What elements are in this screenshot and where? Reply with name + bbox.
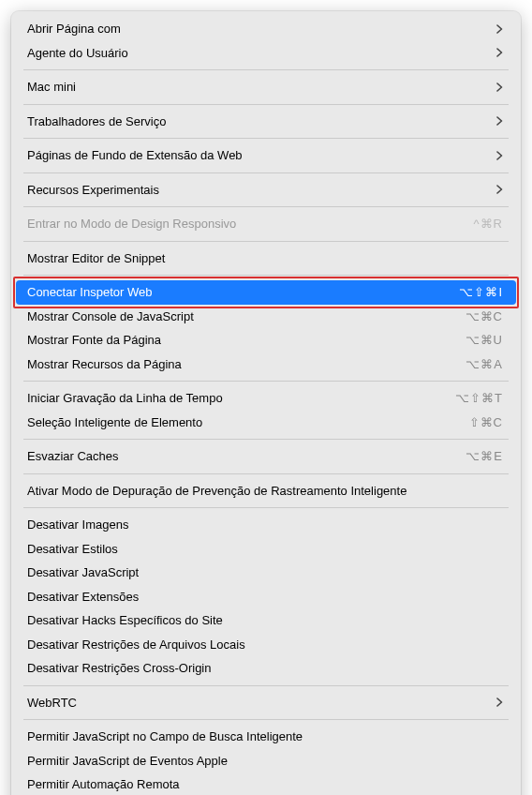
menu-item-label: Mostrar Recursos da Página (27, 355, 466, 374)
menu-item-user-agent[interactable]: Agente do Usuário (16, 41, 516, 66)
menu-item-mac-mini[interactable]: Mac mini (16, 75, 516, 99)
menu-item-label: Permitir JavaScript de Eventos Apple (27, 752, 503, 771)
menu-item-right: ⌥⇧⌘I (459, 283, 503, 302)
menu-section: Esvaziar Caches⌥⌘E (16, 443, 516, 470)
menu-item-shortcut: ⌥⇧⌘I (459, 283, 503, 302)
menu-section: Mostrar Editor de Snippet (16, 246, 516, 272)
chevron-right-icon (496, 82, 503, 92)
chevron-right-icon (496, 48, 503, 57)
menu-item-label: Desativar Estilos (27, 540, 503, 559)
menu-item-right (496, 82, 503, 92)
menu-item-snippet-editor[interactable]: Mostrar Editor de Snippet (16, 247, 516, 271)
menu-separator (23, 138, 509, 139)
menu-item-label: Mostrar Editor de Snippet (27, 249, 503, 268)
menu-item-label: Desativar Hacks Específicos do Site (27, 611, 503, 630)
menu-item-right: ⌥⌘A (466, 355, 503, 374)
menu-item-shortcut: ⌥⇧⌘T (455, 389, 503, 408)
menu-item-right: ⌥⌘U (466, 331, 503, 350)
menu-item-label: Mostrar Console de JavaScript (27, 308, 466, 326)
menu-item-disable-images[interactable]: Desativar Imagens (16, 513, 516, 537)
menu-separator (23, 172, 509, 173)
menu-item-right: ^⌘R (474, 215, 504, 233)
menu-section: Iniciar Gravação da Linha de Tempo⌥⇧⌘TSe… (16, 385, 516, 435)
menu-item-right: ⌥⌘C (466, 308, 503, 326)
chevron-right-icon (496, 24, 503, 34)
menu-item-extension-bg[interactable]: Páginas de Fundo de Extensão da Web (16, 143, 516, 168)
menu-item-shortcut: ⌥⌘U (466, 331, 503, 350)
menu-item-right (496, 698, 503, 707)
menu-item-label: Mac mini (27, 78, 496, 97)
chevron-right-icon (496, 116, 503, 126)
chevron-right-icon (496, 698, 503, 707)
menu-item-empty-caches[interactable]: Esvaziar Caches⌥⌘E (16, 444, 516, 469)
menu-separator (23, 507, 509, 508)
menu-item-label: Ativar Modo de Depuração de Prevenção de… (27, 482, 503, 501)
menu-item-label: Páginas de Fundo de Extensão da Web (27, 146, 496, 165)
menu-separator (23, 381, 509, 382)
menu-item-experimental[interactable]: Recursos Experimentais (16, 178, 516, 202)
menu-item-right (496, 151, 503, 160)
menu-section: Conectar Inspetor Web⌥⇧⌘IMostrar Console… (16, 279, 516, 377)
menu-item-page-source[interactable]: Mostrar Fonte da Página⌥⌘U (16, 328, 516, 352)
develop-menu: Abrir Página comAgente do UsuárioMac min… (11, 11, 521, 795)
chevron-right-icon (496, 151, 503, 160)
menu-section: Mac mini (16, 74, 516, 100)
menu-item-disable-styles[interactable]: Desativar Estilos (16, 537, 516, 562)
menu-item-timeline[interactable]: Iniciar Gravação da Linha de Tempo⌥⇧⌘T (16, 386, 516, 411)
menu-separator (23, 241, 509, 242)
menu-item-tracking-debug[interactable]: Ativar Modo de Depuração de Prevenção de… (16, 479, 516, 503)
menu-separator (23, 69, 509, 70)
menu-item-allow-js-apple-events[interactable]: Permitir JavaScript de Eventos Apple (16, 749, 516, 773)
menu-item-right (496, 116, 503, 126)
menu-item-disable-local-files[interactable]: Desativar Restrições de Arquivos Locais (16, 633, 516, 657)
menu-item-open-with[interactable]: Abrir Página com (16, 17, 516, 41)
menu-item-shortcut: ^⌘R (474, 215, 504, 233)
menu-item-disable-cross-origin[interactable]: Desativar Restrições Cross-Origin (16, 656, 516, 681)
menu-item-label: Permitir JavaScript no Campo de Busca In… (27, 728, 503, 746)
menu-section: Recursos Experimentais (16, 177, 516, 203)
menu-item-disable-site-hacks[interactable]: Desativar Hacks Específicos do Site (16, 608, 516, 633)
menu-item-label: Desativar Imagens (27, 516, 503, 534)
menu-item-label: Entrar no Modo de Design Responsivo (27, 215, 474, 233)
menu-item-disable-extensions[interactable]: Desativar Extensões (16, 585, 516, 609)
menu-item-shortcut: ⌥⌘A (466, 355, 503, 374)
menu-section: Páginas de Fundo de Extensão da Web (16, 142, 516, 169)
menu-item-right (496, 24, 503, 34)
menu-item-allow-js-search[interactable]: Permitir JavaScript no Campo de Busca In… (16, 725, 516, 749)
menu-item-label: Agente do Usuário (27, 44, 496, 63)
menu-item-webrtc[interactable]: WebRTC (16, 691, 516, 715)
menu-item-label: Recursos Experimentais (27, 181, 496, 200)
menu-item-responsive: Entrar no Modo de Design Responsivo^⌘R (16, 212, 516, 236)
menu-item-shortcut: ⌥⌘E (466, 447, 503, 466)
menu-item-label: Iniciar Gravação da Linha de Tempo (27, 389, 455, 408)
menu-item-right: ⌥⇧⌘T (455, 389, 503, 408)
menu-item-js-console[interactable]: Mostrar Console de JavaScript⌥⌘C (16, 305, 516, 329)
menu-item-allow-remote-automation[interactable]: Permitir Automação Remota (16, 772, 516, 795)
menu-item-label: Permitir Automação Remota (27, 775, 503, 794)
menu-section: Permitir JavaScript no Campo de Busca In… (16, 724, 516, 795)
menu-item-right: ⌥⌘E (466, 447, 503, 466)
menu-item-element-select[interactable]: Seleção Inteligente de Elemento⇧⌘C (16, 411, 516, 435)
menu-separator (23, 685, 509, 686)
menu-item-service-workers[interactable]: Trabalhadores de Serviço (16, 110, 516, 134)
menu-separator (23, 439, 509, 440)
menu-item-label: Abrir Página com (27, 20, 496, 38)
menu-section: Trabalhadores de Serviço (16, 109, 516, 135)
menu-item-right (496, 48, 503, 57)
menu-item-page-resources[interactable]: Mostrar Recursos da Página⌥⌘A (16, 352, 516, 377)
menu-item-label: Desativar JavaScript (27, 563, 503, 582)
menu-item-shortcut: ⌥⌘C (466, 308, 503, 326)
menu-item-label: Esvaziar Caches (27, 447, 466, 466)
menu-section: Desativar ImagensDesativar EstilosDesati… (16, 512, 516, 682)
menu-item-label: Desativar Restrições Cross-Origin (27, 659, 503, 678)
menu-item-label: Desativar Restrições de Arquivos Locais (27, 636, 503, 654)
menu-section: WebRTC (16, 690, 516, 716)
menu-item-label: Desativar Extensões (27, 588, 503, 607)
menu-item-label: WebRTC (27, 694, 496, 712)
menu-item-web-inspector[interactable]: Conectar Inspetor Web⌥⇧⌘I (16, 280, 516, 305)
menu-item-disable-js[interactable]: Desativar JavaScript (16, 561, 516, 585)
menu-item-label: Trabalhadores de Serviço (27, 112, 496, 131)
menu-item-shortcut: ⇧⌘C (469, 413, 503, 432)
menu-separator (23, 206, 509, 207)
menu-separator (23, 275, 509, 276)
